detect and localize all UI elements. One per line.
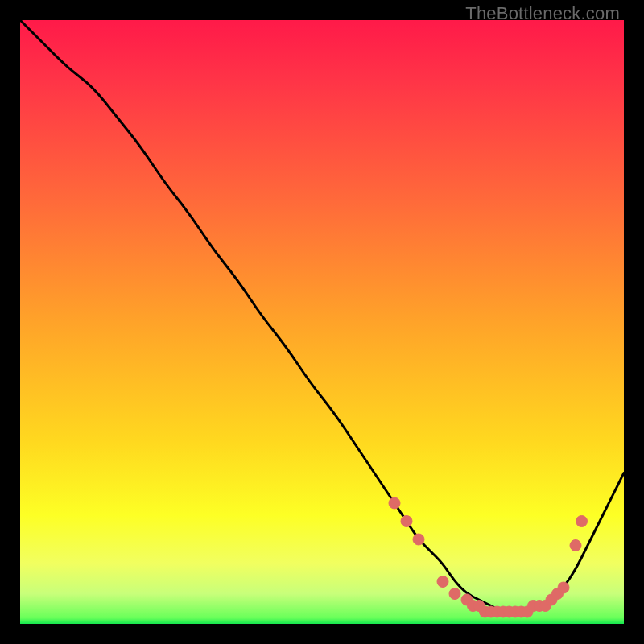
highlight-dot (437, 576, 448, 588)
highlight-dot (401, 516, 412, 527)
chart-svg (20, 20, 624, 624)
highlight-dot (413, 534, 424, 545)
chart-plot-area (20, 20, 624, 624)
highlight-dot (570, 540, 581, 551)
bottleneck-curve (20, 20, 624, 612)
highlight-dot (389, 497, 400, 509)
highlight-dot (449, 588, 460, 600)
highlight-dot (558, 582, 569, 593)
chart-frame: TheBottleneck.com (0, 0, 644, 644)
watermark-text: TheBottleneck.com (465, 3, 620, 24)
highlight-dot (576, 516, 588, 527)
highlight-dots-group (389, 497, 588, 617)
